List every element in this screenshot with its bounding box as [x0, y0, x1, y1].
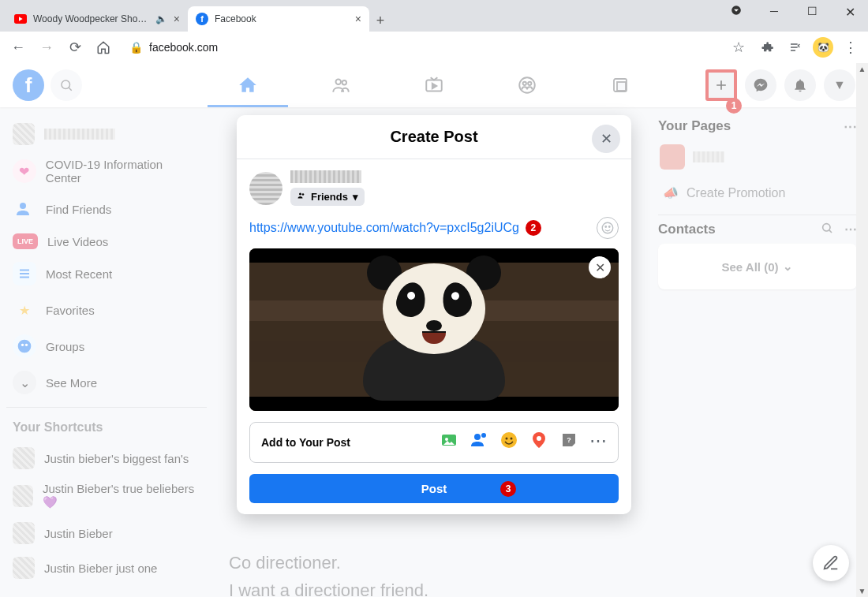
nav-tab-watch[interactable]	[391, 65, 477, 106]
sidebar-item-covid[interactable]: ❤ COVID-19 Information Center	[6, 151, 207, 191]
facebook-logo-icon[interactable]: f	[13, 69, 44, 101]
shortcut-item[interactable]: Justin Bieber just one	[6, 550, 207, 585]
forward-button[interactable]: →	[35, 35, 58, 59]
caret-down-icon: ▾	[353, 191, 358, 203]
shortcut-thumb	[13, 485, 33, 507]
reload-button[interactable]: ⟳	[63, 35, 87, 59]
sidebar-item-recent[interactable]: Most Recent	[6, 256, 207, 292]
url-text: facebook.com	[149, 41, 218, 54]
search-button[interactable]	[51, 69, 82, 101]
see-all-label: See All (0)	[722, 260, 779, 274]
facebook-favicon-icon: f	[196, 13, 208, 25]
notifications-button[interactable]	[784, 69, 816, 101]
page-thumb[interactable]	[660, 144, 685, 170]
shortcut-thumb	[13, 557, 35, 579]
close-window-button[interactable]: ✕	[838, 5, 862, 20]
shortcut-item[interactable]: Justin bieber's biggest fan's	[6, 441, 207, 476]
more-options-icon[interactable]: ⋯	[844, 118, 857, 135]
heart-icon: ❤	[13, 159, 36, 183]
emoji-picker-button[interactable]	[597, 217, 619, 239]
svg-point-6	[342, 80, 346, 84]
modal-close-button[interactable]: ✕	[592, 125, 620, 153]
browser-tab-youtube[interactable]: Woody Woodpecker Show | 🔈 ×	[6, 6, 188, 32]
browser-tab-facebook[interactable]: f Facebook ×	[188, 6, 369, 32]
audience-selector[interactable]: Friends ▾	[290, 188, 365, 206]
nav-tab-home[interactable]	[204, 65, 291, 106]
gif-icon[interactable]: ?	[559, 431, 578, 454]
url-bar[interactable]: 🔒 facebook.com	[120, 41, 723, 54]
shortcut-item[interactable]: Justin Bieber	[6, 516, 207, 550]
back-button[interactable]: ←	[6, 35, 30, 59]
shortcuts-header: Your Shortcuts	[6, 414, 207, 441]
scroll-down-icon[interactable]: ▼	[856, 585, 868, 597]
friends-icon	[297, 191, 306, 203]
tag-people-icon[interactable]	[470, 431, 488, 454]
tab-close-icon[interactable]: ×	[174, 13, 180, 25]
annotation-step-2: 2	[526, 220, 541, 236]
friends-icon	[13, 197, 36, 221]
recent-icon	[13, 262, 36, 285]
feeling-icon[interactable]	[499, 431, 518, 454]
scrollbar[interactable]: ▲ ▼	[856, 63, 868, 597]
bookmark-icon[interactable]: ☆	[728, 36, 750, 58]
fb-header: f 1	[0, 63, 868, 107]
checkin-icon[interactable]	[529, 431, 548, 454]
see-all-button[interactable]: See All (0) ⌄	[666, 252, 849, 282]
sidebar-label: COVID-19 Information Center	[46, 158, 200, 185]
compose-fab[interactable]	[813, 545, 849, 581]
lock-icon: 🔒	[129, 41, 143, 54]
maximize-button[interactable]: ☐	[800, 5, 824, 20]
svg-point-20	[602, 222, 613, 233]
sidebar-item-live[interactable]: LIVE Live Videos	[6, 227, 207, 256]
tab-mute-icon[interactable]: 🔈	[155, 13, 167, 24]
shortcut-thumb	[13, 447, 35, 469]
fb-nav-tabs	[204, 65, 664, 106]
profile-avatar-icon[interactable]: 🐼	[813, 37, 833, 58]
browser-actions: ☆ 🐼 ⋮	[728, 36, 862, 58]
svg-point-13	[20, 203, 26, 209]
contacts-more-icon[interactable]: ⋯	[844, 222, 857, 237]
extensions-icon[interactable]	[756, 36, 778, 58]
more-tools-icon[interactable]: ⋯	[589, 431, 607, 454]
create-button[interactable]: 1	[705, 69, 737, 101]
star-icon: ★	[13, 298, 36, 322]
sidebar-item-find-friends[interactable]: Find Friends	[6, 191, 207, 227]
remove-preview-button[interactable]: ✕	[589, 256, 611, 278]
svg-point-24	[445, 438, 448, 441]
svg-point-18	[299, 193, 301, 196]
sidebar-item-see-more[interactable]: ⌄ See More	[6, 364, 207, 401]
sidebar-profile[interactable]	[6, 117, 207, 151]
create-promotion-button[interactable]: 📣 Create Promotion	[658, 177, 857, 208]
nav-tab-friends[interactable]	[297, 65, 384, 106]
nav-tab-groups[interactable]	[484, 65, 571, 106]
sidebar-label: Favorites	[46, 304, 95, 317]
browser-menu-icon[interactable]: ⋮	[840, 36, 862, 58]
reading-list-icon[interactable]	[784, 36, 806, 58]
shortcut-item[interactable]: Justin Bieber's true beliebers 💜	[6, 476, 207, 516]
account-indicator-icon[interactable]	[724, 5, 748, 20]
svg-rect-12	[617, 82, 626, 91]
tab-close-icon[interactable]: ×	[355, 13, 361, 25]
svg-point-15	[21, 344, 24, 346]
minimize-button[interactable]: ─	[762, 5, 786, 20]
nav-tab-gaming[interactable]	[577, 65, 664, 106]
search-contacts-icon[interactable]	[821, 222, 833, 237]
divider	[6, 407, 207, 408]
sidebar-item-groups[interactable]: Groups	[6, 328, 207, 364]
sidebar-item-favorites[interactable]: ★ Favorites	[6, 292, 207, 328]
compose-area[interactable]: https://www.youtube.com/watch?v=pxcI5g2i…	[249, 217, 619, 239]
shortcut-label: Justin Bieber's true beliebers 💜	[43, 482, 200, 509]
svg-point-25	[474, 434, 481, 440]
messenger-button[interactable]	[745, 69, 776, 101]
feed-post-text: Co directioner. I want a directioner fri…	[229, 549, 631, 597]
account-menu-button[interactable]: ▼	[824, 69, 855, 101]
sidebar-label: Groups	[46, 340, 84, 353]
svg-point-14	[18, 340, 32, 353]
svg-point-27	[501, 432, 517, 448]
post-button[interactable]: Post 3	[249, 474, 619, 503]
home-button[interactable]	[92, 35, 115, 59]
scroll-up-icon[interactable]: ▲	[856, 63, 868, 75]
omnibar: ← → ⟳ 🔒 facebook.com ☆ 🐼 ⋮	[0, 32, 868, 63]
new-tab-button[interactable]: +	[369, 9, 391, 32]
photo-video-icon[interactable]	[440, 431, 458, 454]
